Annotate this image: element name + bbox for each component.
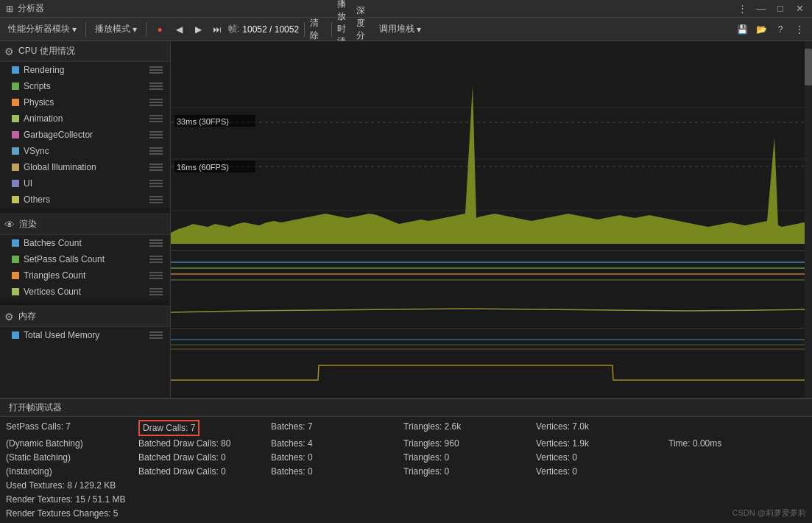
physics-label: Physics xyxy=(24,97,54,108)
playmode-label: 播放模式 xyxy=(95,23,130,35)
chart-main: 33ms (30FPS) 16ms (60FPS) xyxy=(171,41,812,398)
callstacks-dropdown[interactable]: 调用堆栈 ▾ xyxy=(375,21,425,38)
triangles-960: Triangles: 960 xyxy=(403,437,536,450)
title-bar: ⊞ 分析器 ⋮ — □ ✕ xyxy=(0,0,812,18)
cpu-section-header[interactable]: ⚙ CPU 使用情况 xyxy=(0,41,170,62)
batches-stat: Batches: 7 xyxy=(271,420,403,436)
stats-row-7: Render Textures Changes: 5 xyxy=(6,507,806,520)
help-button[interactable]: ? xyxy=(772,21,788,38)
render-icon: 👁 xyxy=(4,219,15,231)
total-memory-label: Total Used Memory xyxy=(24,330,99,340)
vsync-color xyxy=(12,147,19,155)
clear-button[interactable]: 清除 xyxy=(310,21,326,38)
stats-area: SetPass Calls: 7 Draw Calls: 7 Batches: … xyxy=(0,417,812,523)
minimize-btn[interactable]: — xyxy=(755,2,768,15)
metric-gc[interactable]: GarbageCollector xyxy=(0,127,170,143)
svg-rect-21 xyxy=(805,41,812,398)
metric-scripts[interactable]: Scripts xyxy=(0,78,170,94)
module-dropdown[interactable]: 性能分析器模块 ▾ xyxy=(4,21,80,38)
metric-rendering[interactable]: Rendering xyxy=(0,62,170,78)
stats-row-4: (Instancing) Batched Draw Calls: 0 Batch… xyxy=(6,465,806,478)
triangles-color xyxy=(12,272,19,279)
vertices-0b: Vertices: 0 xyxy=(536,465,668,478)
module-dropdown-arrow: ▾ xyxy=(72,24,77,35)
load-button[interactable]: 📂 xyxy=(753,21,769,38)
playmode-arrow: ▾ xyxy=(133,24,137,35)
last-frame-button[interactable]: ⏭ xyxy=(209,21,225,38)
render-section-header[interactable]: 👁 渲染 xyxy=(0,214,170,235)
open-frame-debugger-button[interactable]: 打开帧调试器 xyxy=(4,400,66,415)
batches-0b: Batches: 0 xyxy=(271,465,403,478)
save-button[interactable]: 💾 xyxy=(734,21,750,38)
triangles-stat: Triangles: 2.6k xyxy=(403,420,536,436)
next-frame-button[interactable]: ▶ xyxy=(190,21,206,38)
cpu-icon: ⚙ xyxy=(4,46,14,57)
prev-frame-button[interactable]: ◀ xyxy=(171,21,187,38)
toolbar-separator-1 xyxy=(85,22,86,37)
title-bar-title: 分析器 xyxy=(18,2,44,15)
metric-setpass[interactable]: SetPass Calls Count xyxy=(0,251,170,267)
metric-animation[interactable]: Animation xyxy=(0,110,170,127)
toolbar-more-button[interactable]: ⋮ xyxy=(791,21,808,38)
metric-gi[interactable]: Global Illumination xyxy=(0,159,170,175)
vertices-color xyxy=(12,288,19,295)
center-area: ⚙ CPU 使用情况 Rendering Scripts xyxy=(0,41,812,398)
maximize-btn[interactable]: □ xyxy=(774,2,787,15)
clear-on-play-button[interactable]: 播放时清除 xyxy=(337,21,353,38)
svg-text:16ms (60FPS): 16ms (60FPS) xyxy=(177,163,229,172)
batched-draw-0b: Batched Draw Calls: 0 xyxy=(138,465,271,478)
cpu-section-title: CPU 使用情况 xyxy=(18,45,75,57)
metric-vertices[interactable]: Vertices Count xyxy=(0,284,170,300)
watermark: CSDN @莉萝爱萝莉 xyxy=(732,508,806,519)
record-button[interactable]: ● xyxy=(152,21,168,38)
render-section-title: 渲染 xyxy=(19,218,37,231)
gc-label: GarbageCollector xyxy=(24,130,93,140)
metric-physics[interactable]: Physics xyxy=(0,94,170,110)
memory-section-title: 内存 xyxy=(18,310,36,323)
animation-color xyxy=(12,115,19,122)
more-options-btn[interactable]: ⋮ xyxy=(735,2,749,15)
toolbar-separator-2 xyxy=(146,22,146,37)
instancing-label: (Instancing) xyxy=(6,465,138,478)
others-color xyxy=(12,196,19,203)
physics-color xyxy=(12,99,19,106)
vertices-stat: Vertices: 7.0k xyxy=(536,420,668,436)
svg-rect-22 xyxy=(805,49,812,85)
svg-text:33ms (30FPS): 33ms (30FPS) xyxy=(177,117,229,126)
draw-calls-highlight: Draw Calls: 7 xyxy=(138,420,200,436)
frame-value: 10052 / 10052 xyxy=(242,24,299,35)
metric-triangles[interactable]: Triangles Count xyxy=(0,267,170,284)
dynamic-batching-label: (Dynamic Batching) xyxy=(6,437,138,450)
stats-row-3: (Static Batching) Batched Draw Calls: 0 … xyxy=(6,451,806,464)
metric-batches-count[interactable]: Batches Count xyxy=(0,235,170,251)
svg-rect-17 xyxy=(171,329,812,398)
ui-color xyxy=(12,180,19,187)
scripts-color xyxy=(12,83,19,90)
gi-color xyxy=(12,164,19,171)
total-memory-color xyxy=(12,331,19,339)
close-btn[interactable]: ✕ xyxy=(793,2,806,15)
render-textures-stat: Render Textures: 15 / 51.1 MB xyxy=(6,493,138,506)
batched-draw-80: Batched Draw Calls: 80 xyxy=(138,437,271,450)
used-textures-stat: Used Textures: 8 / 129.2 KB xyxy=(6,479,138,492)
scripts-label: Scripts xyxy=(24,81,51,91)
setpass-label: SetPass Calls Count xyxy=(24,254,105,264)
rendering-color xyxy=(12,66,19,74)
metric-total-memory[interactable]: Total Used Memory xyxy=(0,327,170,343)
deep-profile-button[interactable]: 深度分析 xyxy=(356,21,373,38)
frame-label: 帧: xyxy=(228,23,239,35)
vertices-label: Vertices Count xyxy=(24,287,81,297)
metric-ui[interactable]: UI xyxy=(0,175,170,192)
vertices-1-9k: Vertices: 1.9k xyxy=(536,437,668,450)
batches-label: Batches Count xyxy=(24,238,82,248)
metric-vsync[interactable]: VSync xyxy=(0,143,170,159)
memory-section-header[interactable]: ⚙ 内存 xyxy=(0,306,170,327)
toolbar: 性能分析器模块 ▾ 播放模式 ▾ ● ◀ ▶ ⏭ 帧: 10052 / 1005… xyxy=(0,18,812,41)
others-label: Others xyxy=(24,194,50,205)
time-stat: Time: 0.00ms xyxy=(668,437,801,450)
playmode-dropdown[interactable]: 播放模式 ▾ xyxy=(91,21,141,38)
metric-others[interactable]: Others xyxy=(0,192,170,208)
stats-row-6: Render Textures: 15 / 51.1 MB xyxy=(6,493,806,506)
batches-0a: Batches: 0 xyxy=(271,451,403,464)
bottom-panel: 打开帧调试器 SetPass Calls: 7 Draw Calls: 7 Ba… xyxy=(0,398,812,523)
